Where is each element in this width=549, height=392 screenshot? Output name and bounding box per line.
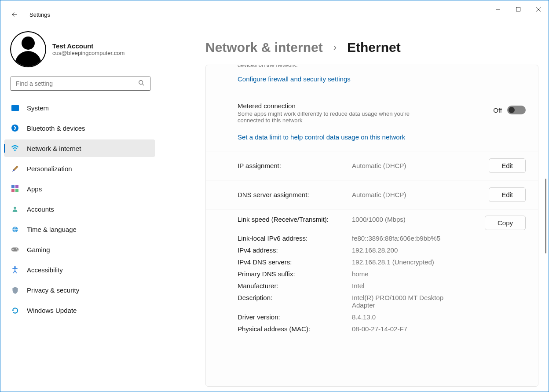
sidebar-item-time[interactable]: Time & language — [4, 220, 155, 238]
svg-point-4 — [139, 81, 143, 84]
scrollbar[interactable] — [543, 86, 548, 392]
sidebar-item-accounts[interactable]: Accounts — [4, 200, 155, 218]
detail-label: Manufacturer: — [238, 282, 352, 289]
svg-point-17 — [17, 249, 18, 250]
sidebar-item-apps[interactable]: Apps — [4, 180, 155, 198]
detail-value: Intel(R) PRO/1000 MT Desktop Adapter — [352, 294, 453, 309]
profile-block[interactable]: Test Account cus@bleepingcomputer.com — [4, 27, 157, 76]
bluetooth-icon — [11, 124, 19, 132]
sidebar-item-label: Gaming — [27, 246, 50, 253]
detail-label: Link-local IPv6 address: — [238, 234, 352, 242]
sidebar-item-label: Apps — [27, 185, 42, 193]
detail-value: fe80::3896:88fa:606e:b9bb%5 — [352, 234, 453, 242]
search-icon — [138, 80, 145, 88]
back-button[interactable] — [10, 10, 19, 19]
breadcrumb: Network & internet › Ethernet — [205, 40, 535, 55]
sidebar-item-label: Accessibility — [27, 266, 63, 274]
window-title: Settings — [29, 11, 50, 18]
sidebar-item-bluetooth[interactable]: Bluetooth & devices — [4, 119, 155, 137]
minimize-button[interactable] — [488, 0, 508, 18]
metered-title: Metered connection — [238, 102, 480, 110]
section-desc-partial: devices on the network. — [238, 65, 526, 68]
toggle-state-label: Off — [493, 106, 502, 114]
apps-icon — [11, 185, 19, 193]
accessibility-icon — [11, 266, 19, 274]
detail-value: home — [352, 270, 453, 278]
edit-ip-button[interactable]: Edit — [489, 158, 526, 173]
sidebar-item-label: Network & internet — [27, 145, 81, 152]
svg-rect-6 — [11, 105, 19, 111]
ip-assignment-label: IP assignment: — [238, 162, 352, 169]
titlebar: Settings — [0, 0, 549, 18]
detail-label: Physical address (MAC): — [238, 325, 352, 333]
breadcrumb-current: Ethernet — [347, 40, 401, 55]
sidebar-item-label: Accounts — [27, 205, 54, 213]
detail-value: 08-00-27-14-02-F7 — [352, 325, 453, 333]
breadcrumb-parent[interactable]: Network & internet — [205, 40, 323, 55]
metered-desc: Some apps might work differently to redu… — [238, 110, 414, 124]
sidebar-item-label: Bluetooth & devices — [27, 125, 85, 132]
sidebar-item-label: Privacy & security — [27, 286, 79, 294]
update-icon — [11, 306, 19, 314]
person-icon — [11, 205, 19, 213]
svg-point-8 — [14, 150, 15, 151]
svg-rect-12 — [15, 189, 18, 192]
sidebar-item-privacy[interactable]: Privacy & security — [4, 281, 155, 299]
main-content: Network & internet › Ethernet devices on… — [157, 18, 549, 392]
sidebar-item-gaming[interactable]: Gaming — [4, 241, 155, 258]
shield-icon — [11, 286, 19, 294]
sidebar-item-network[interactable]: Network & internet — [4, 139, 155, 157]
detail-label: Primary DNS suffix: — [238, 270, 352, 278]
detail-value: 192.168.28.200 — [352, 246, 453, 254]
svg-rect-10 — [15, 185, 18, 188]
globe-clock-icon — [11, 225, 19, 233]
svg-rect-9 — [11, 185, 15, 188]
chevron-right-icon: › — [333, 42, 337, 53]
edit-dns-button[interactable]: Edit — [489, 187, 526, 202]
sidebar-item-label: Windows Update — [27, 307, 77, 314]
ip-assignment-value: Automatic (DHCP) — [352, 162, 489, 169]
close-button[interactable] — [528, 0, 549, 18]
avatar — [10, 31, 46, 67]
sidebar-item-system[interactable]: System — [4, 99, 155, 117]
copy-button[interactable]: Copy — [485, 216, 526, 230]
profile-name: Test Account — [52, 42, 124, 50]
detail-value: Intel — [352, 282, 453, 289]
search-input[interactable] — [10, 76, 151, 91]
maximize-button[interactable] — [508, 0, 528, 18]
sidebar-item-label: Personalization — [27, 165, 72, 172]
sidebar-item-label: System — [27, 104, 49, 112]
firewall-settings-link[interactable]: Configure firewall and security settings — [238, 75, 351, 83]
wifi-icon — [11, 144, 19, 152]
svg-rect-11 — [11, 189, 15, 192]
detail-label: Link speed (Receive/Transmit): — [238, 216, 352, 223]
dns-assignment-value: Automatic (DHCP) — [352, 191, 489, 198]
detail-value: 1000/1000 (Mbps) — [352, 216, 453, 223]
svg-rect-1 — [516, 7, 520, 11]
detail-label: IPv4 DNS servers: — [238, 258, 352, 266]
detail-label: IPv4 address: — [238, 246, 352, 254]
settings-panel: devices on the network. Configure firewa… — [205, 65, 538, 387]
svg-line-5 — [142, 84, 144, 85]
data-limit-link[interactable]: Set a data limit to help control data us… — [238, 133, 405, 141]
dns-assignment-label: DNS server assignment: — [238, 191, 352, 198]
metered-toggle[interactable] — [507, 106, 526, 114]
sidebar-item-update[interactable]: Windows Update — [4, 301, 155, 319]
profile-email: cus@bleepingcomputer.com — [52, 50, 124, 56]
svg-point-18 — [14, 266, 16, 268]
detail-label: Description: — [238, 294, 352, 301]
sidebar-item-accessibility[interactable]: Accessibility — [4, 261, 155, 278]
sidebar: Test Account cus@bleepingcomputer.com Sy… — [0, 18, 157, 392]
svg-point-13 — [14, 207, 16, 209]
detail-label: Driver version: — [238, 313, 352, 321]
gamepad-icon — [11, 245, 19, 253]
detail-value: 8.4.13.0 — [352, 313, 453, 321]
sidebar-item-label: Time & language — [27, 226, 77, 233]
svg-point-16 — [16, 248, 17, 249]
system-icon — [11, 104, 19, 112]
network-details: Link speed (Receive/Transmit):1000/1000 … — [206, 209, 538, 340]
detail-value: 192.168.28.1 (Unencrypted) — [352, 258, 453, 266]
paintbrush-icon — [11, 165, 19, 172]
sidebar-item-personalization[interactable]: Personalization — [4, 160, 155, 177]
